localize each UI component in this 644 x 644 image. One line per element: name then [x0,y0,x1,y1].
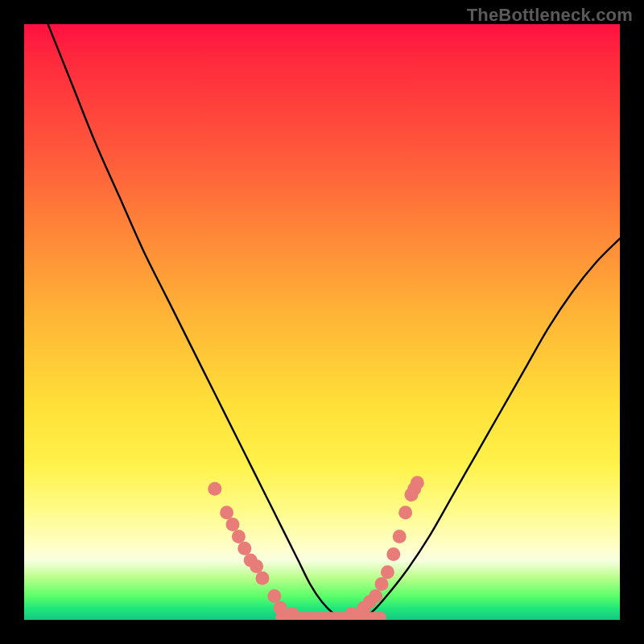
marker-dot [286,607,299,620]
marker-dot [381,565,394,579]
marker-dot [369,589,382,603]
marker-dot [256,572,270,585]
watermark-text: TheBottleneck.com [467,5,633,26]
marker-dot [237,542,251,555]
marker-dot [411,476,424,489]
marker-dot [267,589,281,603]
outer-frame: TheBottleneck.com [0,0,644,644]
marker-dot [220,506,233,519]
marker-dot [226,518,240,531]
bottleneck-curve [48,24,620,620]
marker-dot [274,601,287,615]
marker-dot [250,559,263,573]
marker-dot [386,547,400,561]
chart-plot-area [24,24,620,620]
marker-dot [393,530,407,543]
marker-dot [208,482,221,496]
marker-dot [375,577,389,591]
highlight-markers [208,476,424,620]
marker-dot [345,607,359,620]
chart-svg [24,24,620,620]
marker-dot [232,530,246,543]
marker-dot [398,506,412,519]
